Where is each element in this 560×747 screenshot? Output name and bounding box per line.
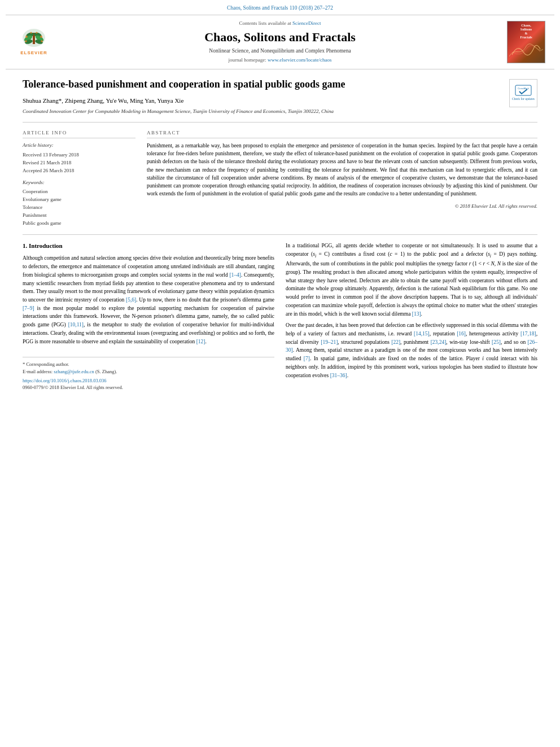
keyword-2: Evolutionary game [23,196,135,203]
keyword-3: Tolerance [23,204,135,211]
accepted-date: Accepted 26 March 2018 [23,167,135,174]
divider-2 [23,234,537,235]
abstract-column: ABSTRACT Punishment, as a remarkable way… [147,129,537,228]
article-title: Tolerance-based punishment and cooperati… [23,78,537,91]
body-col-1: 1. Introduction Although competition and… [23,242,274,391]
ref-14-15[interactable]: [14,15] [414,331,430,337]
email-label: E-mail address: [23,369,53,374]
abstract-label: ABSTRACT [147,129,537,138]
ref-7-9[interactable]: [7–9] [23,305,34,311]
keywords-label: Keywords: [23,179,135,186]
elsevier-tree-icon [20,27,48,49]
body-col-2: In a traditional PGG, all agents decide … [286,242,537,391]
journal-subtitle: Nonlinear Science, and Nonequilibrium an… [62,47,498,55]
cover-text: Chaos,Solitons&Fractals [520,24,532,40]
elsevier-wordmark: ELSEVIER [20,50,47,56]
svg-point-10 [25,41,27,43]
section1-heading: 1. Introduction [23,242,274,251]
email-suffix: (S. Zhang). [95,369,117,374]
body-col2-para2: Over the past decades, it has been prove… [286,321,537,379]
article-info-column: ARTICLE INFO Article history: Received 1… [23,129,135,228]
ref-12[interactable]: [12] [196,339,205,344]
issn-text: 0960-0779/© 2018 Elsevier Ltd. All right… [23,384,274,391]
body-col2-para1: In a traditional PGG, all agents decide … [286,242,537,318]
ref-7-body[interactable]: [7] [304,356,310,361]
contents-available: Contents lists available at ScienceDirec… [62,20,498,27]
article-content: CrossMark Check for updates Tolerance-ba… [0,69,560,397]
received-date: Received 13 February 2018 [23,151,135,159]
elsevier-logo-area: ELSEVIER [11,20,56,64]
ref-31-36[interactable]: [31–36] [330,373,347,378]
cover-fractal-icon [509,41,543,58]
journal-cover-area: Chaos,Solitons&Fractals [504,20,549,64]
email-link[interactable]: szhang@tjufe.edu.cn [54,369,94,374]
journal-header: ELSEVIER Contents lists available at Sci… [6,15,554,69]
homepage-text: journal homepage: [229,57,266,63]
check-updates-text: Check for updates [512,97,535,101]
email-line: E-mail address: szhang@tjufe.edu.cn (S. … [23,368,274,375]
ref-10-11[interactable]: [10,11] [68,322,84,327]
top-ref-text: Chaos, Solitons and Fractals 110 (2018) … [227,5,333,11]
check-updates-icon: CrossMark [515,85,532,96]
main-body: 1. Introduction Although competition and… [23,242,537,391]
ref-1-4[interactable]: [1–4] [229,272,241,278]
authors-text: Shuhua Zhang*, Zhipeng Zhang, Yu'e Wu, M… [23,97,183,104]
article-history-label: Article history: [23,142,135,149]
elsevier-logo: ELSEVIER [14,25,54,59]
journal-homepage: journal homepage: www.elsevier.com/locat… [62,56,498,64]
ref-22[interactable]: [22] [391,339,400,345]
ref-5-6[interactable]: [5,6] [126,297,136,303]
svg-point-13 [36,32,38,34]
article-info-abstract: ARTICLE INFO Article history: Received 1… [23,129,537,228]
abstract-text: Punishment, as a remarkable way, has bee… [147,142,537,198]
top-journal-ref: Chaos, Solitons and Fractals 110 (2018) … [0,0,560,15]
journal-header-center: Contents lists available at ScienceDirec… [56,20,504,64]
svg-point-9 [40,36,42,38]
journal-title: Chaos, Solitons and Fractals [62,28,498,46]
check-updates-badge: CrossMark Check for updates [509,79,537,107]
page-wrapper: Chaos, Solitons and Fractals 110 (2018) … [0,0,560,414]
footnote-section: * Corresponding author. E-mail address: … [23,357,274,391]
ref-25[interactable]: [25] [492,339,501,345]
homepage-link[interactable]: www.elsevier.com/locate/chaos [268,57,331,63]
svg-point-8 [25,36,28,38]
affiliation-text: Coordinated Innovation Center for Comput… [23,108,537,115]
ref-19-21[interactable]: [19–21] [321,339,338,345]
body-col1-para1: Although competition and natural selecti… [23,254,274,346]
keyword-1: Cooperation [23,188,135,195]
ref-23-24[interactable]: [23,24] [431,339,447,345]
ref-13[interactable]: [13] [412,311,421,317]
journal-cover-image: Chaos,Solitons&Fractals [507,21,545,63]
article-info-label: ARTICLE INFO [23,129,135,138]
keyword-4: Punishment [23,212,135,219]
ref-16[interactable]: [16] [457,331,466,337]
divider-1 [23,122,537,123]
svg-point-11 [41,41,43,43]
corresponding-author: * Corresponding author. [23,361,274,368]
keyword-5: Public goods game [23,220,135,227]
authors-line: Shuhua Zhang*, Zhipeng Zhang, Yu'e Wu, M… [23,97,537,106]
ref-17-18[interactable]: [17,18] [520,331,536,337]
doi-link[interactable]: https://doi.org/10.1016/j.chaos.2018.03.… [23,377,274,384]
contents-text: Contents lists available at [239,20,291,26]
revised-date: Revised 21 March 2018 [23,159,135,167]
copyright-line: © 2018 Elsevier Ltd. All rights reserved… [147,203,537,210]
svg-point-12 [30,32,32,34]
sciencedirect-link[interactable]: ScienceDirect [292,20,321,26]
